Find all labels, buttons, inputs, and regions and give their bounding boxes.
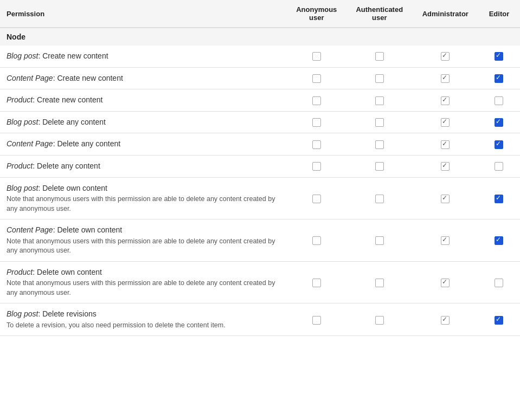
checkbox-editor-5[interactable]	[495, 162, 503, 171]
table-row: Blog post: Delete any content	[0, 111, 520, 133]
checkbox-authenticated-1[interactable]	[375, 74, 384, 83]
checkbox-anonymous-2[interactable]	[312, 96, 321, 105]
permission-label-cell: Product: Delete own contentNote that ano…	[0, 261, 287, 303]
checkbox-administrator-4[interactable]	[441, 140, 450, 149]
checkbox-authenticated-5[interactable]	[375, 162, 384, 171]
col-header-editor: Editor	[478, 0, 520, 28]
permission-label-cell: Blog post: Create new content	[0, 46, 287, 67]
permission-label-cell: Content Page: Create new content	[0, 67, 287, 89]
permission-label-cell: Blog post: Delete own contentNote that a…	[0, 177, 287, 219]
permission-note: Note that anonymous users with this perm…	[7, 195, 280, 214]
permission-label: Content Page: Delete own content	[7, 225, 280, 236]
table-row: Content Page: Create new content	[0, 67, 520, 89]
checkbox-editor-0[interactable]	[495, 52, 503, 61]
checkbox-anonymous-3[interactable]	[312, 118, 321, 127]
table-row: Content Page: Delete any content	[0, 133, 520, 156]
col-header-permission: Permission	[0, 0, 287, 28]
checkbox-anonymous-4[interactable]	[312, 140, 321, 149]
checkbox-editor-3[interactable]	[495, 118, 503, 127]
permission-note: To delete a revision, you also need perm…	[7, 321, 280, 331]
checkbox-anonymous-1[interactable]	[312, 74, 321, 83]
permission-label-cell: Product: Create new content	[0, 89, 287, 112]
checkbox-anonymous-0[interactable]	[312, 52, 321, 61]
permission-label-cell: Blog post: Delete revisionsTo delete a r…	[0, 303, 287, 336]
checkbox-editor-1[interactable]	[495, 74, 503, 83]
table-row: Blog post: Create new content	[0, 46, 520, 67]
checkbox-administrator-7[interactable]	[441, 236, 450, 245]
table-row: Content Page: Delete own contentNote tha…	[0, 219, 520, 262]
checkbox-administrator-6[interactable]	[441, 195, 450, 203]
checkbox-administrator-0[interactable]	[441, 52, 450, 61]
checkbox-administrator-3[interactable]	[441, 118, 450, 127]
checkbox-anonymous-7[interactable]	[312, 236, 321, 245]
permission-label-cell: Product: Delete any content	[0, 155, 287, 177]
table-row: Product: Create new content	[0, 89, 520, 112]
col-header-anonymous: Anonymoususer	[287, 0, 346, 28]
permission-label-cell: Content Page: Delete own contentNote tha…	[0, 219, 287, 262]
checkbox-administrator-1[interactable]	[441, 74, 450, 83]
permission-label-cell: Blog post: Delete any content	[0, 111, 287, 133]
section-header-label: Node	[0, 28, 520, 46]
checkbox-administrator-2[interactable]	[441, 96, 450, 105]
permission-label: Blog post: Create new content	[7, 51, 280, 62]
permission-label: Blog post: Delete any content	[7, 117, 280, 128]
permissions-table: Permission Anonymoususer Authenticatedus…	[0, 0, 520, 336]
col-header-administrator: Administrator	[413, 0, 478, 28]
checkbox-editor-9[interactable]	[495, 316, 503, 325]
checkbox-anonymous-5[interactable]	[312, 162, 321, 171]
checkbox-authenticated-2[interactable]	[375, 96, 384, 105]
checkbox-editor-8[interactable]	[495, 279, 503, 287]
checkbox-authenticated-0[interactable]	[375, 52, 384, 61]
checkbox-authenticated-9[interactable]	[375, 316, 384, 325]
permission-label: Product: Delete own content	[7, 267, 280, 278]
checkbox-authenticated-7[interactable]	[375, 236, 384, 245]
permission-note: Note that anonymous users with this perm…	[7, 279, 280, 298]
checkbox-authenticated-3[interactable]	[375, 118, 384, 127]
table-row: Blog post: Delete own contentNote that a…	[0, 177, 520, 219]
permission-label: Product: Create new content	[7, 95, 280, 106]
table-row: Product: Delete own contentNote that ano…	[0, 261, 520, 303]
permission-label: Product: Delete any content	[7, 161, 280, 172]
checkbox-editor-6[interactable]	[495, 195, 503, 203]
checkbox-administrator-8[interactable]	[441, 279, 450, 287]
permission-label-cell: Content Page: Delete any content	[0, 133, 287, 156]
table-row: Blog post: Delete revisionsTo delete a r…	[0, 303, 520, 336]
checkbox-authenticated-8[interactable]	[375, 279, 384, 287]
checkbox-authenticated-6[interactable]	[375, 195, 384, 203]
permission-note: Note that anonymous users with this perm…	[7, 237, 280, 256]
checkbox-editor-7[interactable]	[495, 236, 503, 245]
table-row: Product: Delete any content	[0, 155, 520, 177]
checkbox-administrator-9[interactable]	[441, 316, 450, 325]
permission-label: Blog post: Delete revisions	[7, 309, 280, 320]
permission-label: Blog post: Delete own content	[7, 183, 280, 194]
checkbox-editor-2[interactable]	[495, 96, 503, 105]
checkbox-authenticated-4[interactable]	[375, 140, 384, 149]
checkbox-anonymous-6[interactable]	[312, 195, 321, 203]
checkbox-anonymous-9[interactable]	[312, 316, 321, 325]
permission-label: Content Page: Delete any content	[7, 139, 280, 150]
col-header-authenticated: Authenticateduser	[346, 0, 413, 28]
checkbox-editor-4[interactable]	[495, 140, 503, 149]
permission-label: Content Page: Create new content	[7, 73, 280, 84]
checkbox-anonymous-8[interactable]	[312, 279, 321, 287]
checkbox-administrator-5[interactable]	[441, 162, 450, 171]
